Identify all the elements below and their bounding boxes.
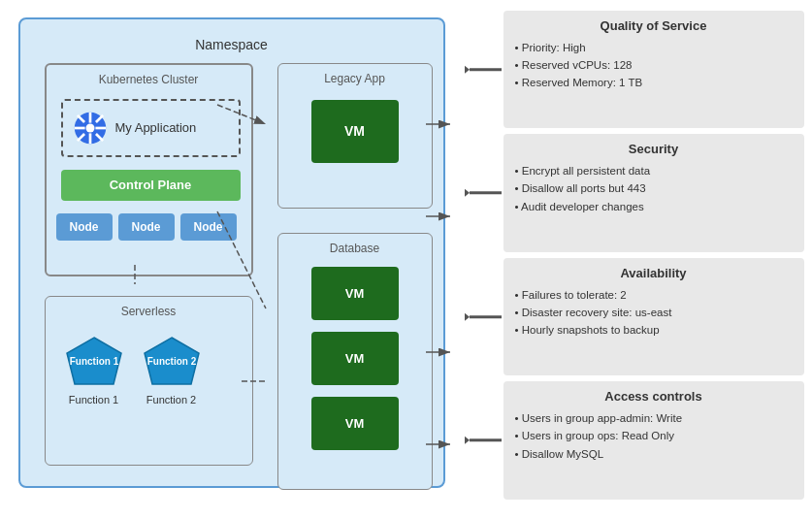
myapp-label: My Application: [115, 120, 197, 135]
functions-row: Function 1 Function 1 Function 2 Functio…: [65, 336, 201, 405]
serverless-label: Serverless: [121, 305, 177, 318]
legacy-app-box: Legacy App VM: [277, 63, 433, 209]
security-item-1: Encrypt all persistent data: [515, 162, 793, 179]
qos-arrow-svg: [465, 8, 503, 132]
availability-item-1: Failures to tolerate: 2: [515, 286, 793, 304]
availability-list: Failures to tolerate: 2 Disaster recover…: [515, 286, 793, 340]
availability-title: Availability: [515, 266, 793, 280]
security-list: Encrypt all persistent data Disallow all…: [515, 162, 793, 215]
access-arrow-svg: [465, 378, 503, 503]
myapp-box: My Application: [61, 99, 241, 157]
db-vm-3: VM: [311, 397, 399, 450]
access-item-3: Disallow MySQL: [515, 445, 793, 463]
db-vm-2: VM: [311, 332, 399, 385]
access-item-2: Users in group ops: Read Only: [515, 427, 793, 444]
legacy-label: Legacy App: [324, 72, 385, 85]
node-box-2: Node: [118, 213, 175, 241]
helm-icon: [73, 111, 108, 146]
control-plane: Control Plane: [61, 170, 241, 201]
k8s-cluster-box: Kubernetes Cluster: [45, 63, 253, 276]
access-title: Access controls: [515, 389, 793, 404]
security-panel: Security Encrypt all persistent data Dis…: [465, 131, 804, 255]
function1-label: Function 1: [69, 394, 118, 405]
qos-list: Priority: High Reserved vCPUs: 128 Reser…: [515, 39, 793, 92]
database-label: Database: [330, 242, 379, 255]
function1-icon: Function 1: [65, 336, 123, 389]
k8s-label: Kubernetes Cluster: [99, 73, 199, 86]
security-arrow-svg: [465, 131, 503, 255]
availability-arrow: [465, 255, 503, 379]
left-panel: Namespace Kubernetes Cluster: [9, 8, 465, 503]
function2-label: Function 2: [146, 394, 196, 405]
namespace-label: Namespace: [195, 37, 268, 52]
database-box: Database VM VM VM: [277, 233, 433, 490]
qos-title: Quality of Service: [515, 18, 793, 33]
security-arrow: [465, 131, 503, 255]
function-1-item: Function 1 Function 1: [65, 336, 123, 405]
qos-panel: Quality of Service Priority: High Reserv…: [465, 8, 804, 132]
qos-item-2: Reserved vCPUs: 128: [515, 56, 793, 74]
qos-item-3: Reserved Memory: 1 TB: [515, 74, 793, 91]
right-panel: Quality of Service Priority: High Reserv…: [465, 8, 804, 503]
svg-point-1: [85, 123, 94, 132]
access-item-1: Users in group app-admin: Write: [515, 409, 793, 427]
main-diagram: Namespace Kubernetes Cluster: [9, 8, 804, 512]
db-vm-1: VM: [311, 267, 399, 320]
availability-item-2: Disaster recovery site: us-east: [515, 304, 793, 321]
svg-text:Function 2: Function 2: [146, 356, 196, 367]
qos-arrow: [465, 8, 503, 132]
security-item-2: Disallow all ports but 443: [515, 179, 793, 197]
nodes-row: Node Node Node: [56, 213, 237, 241]
access-arrow: [465, 378, 503, 503]
availability-arrow-svg: [465, 255, 503, 379]
access-content: Access controls Users in group app-admin…: [503, 381, 804, 500]
node-box-1: Node: [56, 213, 113, 241]
availability-item-3: Hourly snapshots to backup: [515, 321, 793, 339]
access-panel: Access controls Users in group app-admin…: [465, 378, 804, 503]
qos-content: Quality of Service Priority: High Reserv…: [503, 11, 804, 129]
qos-item-1: Priority: High: [515, 39, 793, 56]
function2-icon: Function 2: [143, 336, 201, 389]
legacy-vm: VM: [311, 100, 399, 163]
access-list: Users in group app-admin: Write Users in…: [515, 409, 793, 463]
svg-text:Function 1: Function 1: [69, 356, 118, 367]
security-content: Security Encrypt all persistent data Dis…: [503, 134, 804, 252]
availability-content: Availability Failures to tolerate: 2 Dis…: [503, 258, 804, 376]
namespace-box: Namespace Kubernetes Cluster: [18, 17, 445, 488]
node-box-3: Node: [180, 213, 237, 241]
function-2-item: Function 2 Function 2: [143, 336, 201, 405]
serverless-box: Serverless Function 1 Function 1: [45, 296, 253, 466]
security-item-3: Audit developer changes: [515, 198, 793, 215]
security-title: Security: [515, 142, 793, 156]
availability-panel: Availability Failures to tolerate: 2 Dis…: [465, 255, 804, 379]
